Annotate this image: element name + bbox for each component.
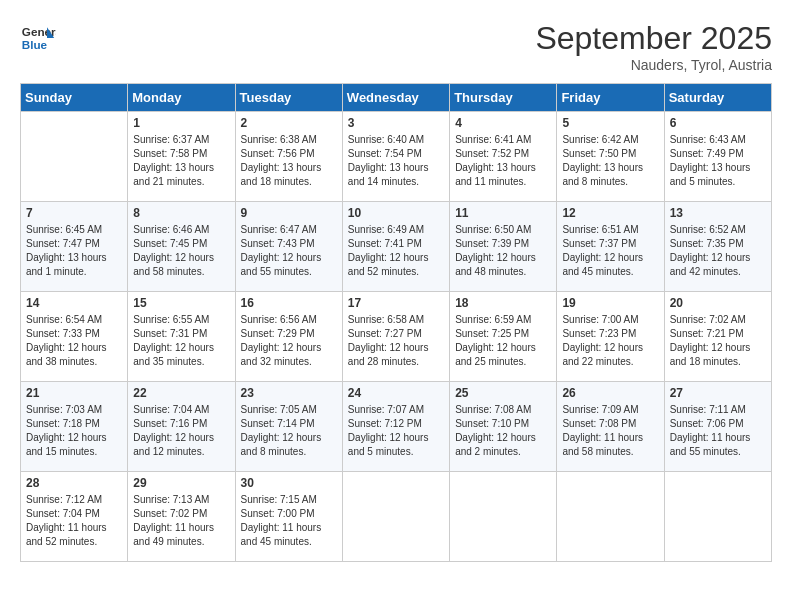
day-info: Sunrise: 7:05 AMSunset: 7:14 PMDaylight:… xyxy=(241,403,337,459)
day-number: 12 xyxy=(562,206,658,220)
calendar-cell: 12Sunrise: 6:51 AMSunset: 7:37 PMDayligh… xyxy=(557,202,664,292)
calendar-cell: 1Sunrise: 6:37 AMSunset: 7:58 PMDaylight… xyxy=(128,112,235,202)
logo-icon: General Blue xyxy=(20,20,56,56)
calendar-week-3: 14Sunrise: 6:54 AMSunset: 7:33 PMDayligh… xyxy=(21,292,772,382)
day-info: Sunrise: 6:50 AMSunset: 7:39 PMDaylight:… xyxy=(455,223,551,279)
calendar-cell: 11Sunrise: 6:50 AMSunset: 7:39 PMDayligh… xyxy=(450,202,557,292)
calendar-cell: 10Sunrise: 6:49 AMSunset: 7:41 PMDayligh… xyxy=(342,202,449,292)
calendar-cell: 20Sunrise: 7:02 AMSunset: 7:21 PMDayligh… xyxy=(664,292,771,382)
calendar-cell: 7Sunrise: 6:45 AMSunset: 7:47 PMDaylight… xyxy=(21,202,128,292)
day-number: 10 xyxy=(348,206,444,220)
day-number: 25 xyxy=(455,386,551,400)
day-number: 6 xyxy=(670,116,766,130)
day-info: Sunrise: 7:13 AMSunset: 7:02 PMDaylight:… xyxy=(133,493,229,549)
calendar-cell: 23Sunrise: 7:05 AMSunset: 7:14 PMDayligh… xyxy=(235,382,342,472)
calendar-cell: 22Sunrise: 7:04 AMSunset: 7:16 PMDayligh… xyxy=(128,382,235,472)
day-number: 30 xyxy=(241,476,337,490)
location-subtitle: Nauders, Tyrol, Austria xyxy=(535,57,772,73)
month-title: September 2025 xyxy=(535,20,772,57)
day-number: 3 xyxy=(348,116,444,130)
calendar-cell: 27Sunrise: 7:11 AMSunset: 7:06 PMDayligh… xyxy=(664,382,771,472)
day-number: 28 xyxy=(26,476,122,490)
calendar-cell: 16Sunrise: 6:56 AMSunset: 7:29 PMDayligh… xyxy=(235,292,342,382)
day-info: Sunrise: 7:02 AMSunset: 7:21 PMDaylight:… xyxy=(670,313,766,369)
day-info: Sunrise: 7:11 AMSunset: 7:06 PMDaylight:… xyxy=(670,403,766,459)
day-info: Sunrise: 6:58 AMSunset: 7:27 PMDaylight:… xyxy=(348,313,444,369)
day-number: 21 xyxy=(26,386,122,400)
day-info: Sunrise: 6:40 AMSunset: 7:54 PMDaylight:… xyxy=(348,133,444,189)
day-info: Sunrise: 7:08 AMSunset: 7:10 PMDaylight:… xyxy=(455,403,551,459)
day-number: 16 xyxy=(241,296,337,310)
calendar-cell: 3Sunrise: 6:40 AMSunset: 7:54 PMDaylight… xyxy=(342,112,449,202)
day-info: Sunrise: 6:49 AMSunset: 7:41 PMDaylight:… xyxy=(348,223,444,279)
day-info: Sunrise: 7:15 AMSunset: 7:00 PMDaylight:… xyxy=(241,493,337,549)
calendar-cell: 24Sunrise: 7:07 AMSunset: 7:12 PMDayligh… xyxy=(342,382,449,472)
day-number: 13 xyxy=(670,206,766,220)
day-number: 19 xyxy=(562,296,658,310)
calendar-cell: 18Sunrise: 6:59 AMSunset: 7:25 PMDayligh… xyxy=(450,292,557,382)
day-number: 27 xyxy=(670,386,766,400)
col-friday: Friday xyxy=(557,84,664,112)
day-number: 9 xyxy=(241,206,337,220)
day-info: Sunrise: 7:04 AMSunset: 7:16 PMDaylight:… xyxy=(133,403,229,459)
day-number: 20 xyxy=(670,296,766,310)
day-number: 4 xyxy=(455,116,551,130)
calendar-cell: 8Sunrise: 6:46 AMSunset: 7:45 PMDaylight… xyxy=(128,202,235,292)
day-number: 15 xyxy=(133,296,229,310)
calendar-cell: 29Sunrise: 7:13 AMSunset: 7:02 PMDayligh… xyxy=(128,472,235,562)
day-number: 22 xyxy=(133,386,229,400)
day-info: Sunrise: 7:12 AMSunset: 7:04 PMDaylight:… xyxy=(26,493,122,549)
day-info: Sunrise: 6:42 AMSunset: 7:50 PMDaylight:… xyxy=(562,133,658,189)
svg-text:Blue: Blue xyxy=(22,38,48,51)
day-info: Sunrise: 6:54 AMSunset: 7:33 PMDaylight:… xyxy=(26,313,122,369)
calendar-cell xyxy=(21,112,128,202)
day-info: Sunrise: 6:38 AMSunset: 7:56 PMDaylight:… xyxy=(241,133,337,189)
calendar-cell xyxy=(342,472,449,562)
day-info: Sunrise: 6:47 AMSunset: 7:43 PMDaylight:… xyxy=(241,223,337,279)
calendar-cell xyxy=(450,472,557,562)
calendar-cell: 6Sunrise: 6:43 AMSunset: 7:49 PMDaylight… xyxy=(664,112,771,202)
day-number: 11 xyxy=(455,206,551,220)
day-info: Sunrise: 7:00 AMSunset: 7:23 PMDaylight:… xyxy=(562,313,658,369)
calendar-cell: 2Sunrise: 6:38 AMSunset: 7:56 PMDaylight… xyxy=(235,112,342,202)
calendar-cell xyxy=(557,472,664,562)
col-wednesday: Wednesday xyxy=(342,84,449,112)
calendar-cell xyxy=(664,472,771,562)
calendar-week-1: 1Sunrise: 6:37 AMSunset: 7:58 PMDaylight… xyxy=(21,112,772,202)
header-row: Sunday Monday Tuesday Wednesday Thursday… xyxy=(21,84,772,112)
day-info: Sunrise: 7:07 AMSunset: 7:12 PMDaylight:… xyxy=(348,403,444,459)
logo: General Blue General Blue xyxy=(20,20,56,56)
calendar-cell: 19Sunrise: 7:00 AMSunset: 7:23 PMDayligh… xyxy=(557,292,664,382)
col-sunday: Sunday xyxy=(21,84,128,112)
day-info: Sunrise: 6:41 AMSunset: 7:52 PMDaylight:… xyxy=(455,133,551,189)
col-monday: Monday xyxy=(128,84,235,112)
calendar-cell: 4Sunrise: 6:41 AMSunset: 7:52 PMDaylight… xyxy=(450,112,557,202)
day-number: 18 xyxy=(455,296,551,310)
day-info: Sunrise: 7:09 AMSunset: 7:08 PMDaylight:… xyxy=(562,403,658,459)
col-saturday: Saturday xyxy=(664,84,771,112)
calendar-week-2: 7Sunrise: 6:45 AMSunset: 7:47 PMDaylight… xyxy=(21,202,772,292)
calendar-week-5: 28Sunrise: 7:12 AMSunset: 7:04 PMDayligh… xyxy=(21,472,772,562)
day-info: Sunrise: 6:46 AMSunset: 7:45 PMDaylight:… xyxy=(133,223,229,279)
day-number: 17 xyxy=(348,296,444,310)
day-number: 5 xyxy=(562,116,658,130)
day-number: 8 xyxy=(133,206,229,220)
calendar-week-4: 21Sunrise: 7:03 AMSunset: 7:18 PMDayligh… xyxy=(21,382,772,472)
col-tuesday: Tuesday xyxy=(235,84,342,112)
calendar-cell: 14Sunrise: 6:54 AMSunset: 7:33 PMDayligh… xyxy=(21,292,128,382)
calendar-table: Sunday Monday Tuesday Wednesday Thursday… xyxy=(20,83,772,562)
day-number: 2 xyxy=(241,116,337,130)
day-number: 24 xyxy=(348,386,444,400)
day-number: 7 xyxy=(26,206,122,220)
calendar-cell: 26Sunrise: 7:09 AMSunset: 7:08 PMDayligh… xyxy=(557,382,664,472)
title-block: September 2025 Nauders, Tyrol, Austria xyxy=(535,20,772,73)
page-header: General Blue General Blue September 2025… xyxy=(20,20,772,73)
day-info: Sunrise: 6:56 AMSunset: 7:29 PMDaylight:… xyxy=(241,313,337,369)
day-number: 29 xyxy=(133,476,229,490)
day-info: Sunrise: 6:52 AMSunset: 7:35 PMDaylight:… xyxy=(670,223,766,279)
calendar-cell: 9Sunrise: 6:47 AMSunset: 7:43 PMDaylight… xyxy=(235,202,342,292)
calendar-cell: 25Sunrise: 7:08 AMSunset: 7:10 PMDayligh… xyxy=(450,382,557,472)
col-thursday: Thursday xyxy=(450,84,557,112)
day-info: Sunrise: 6:45 AMSunset: 7:47 PMDaylight:… xyxy=(26,223,122,279)
day-info: Sunrise: 6:59 AMSunset: 7:25 PMDaylight:… xyxy=(455,313,551,369)
